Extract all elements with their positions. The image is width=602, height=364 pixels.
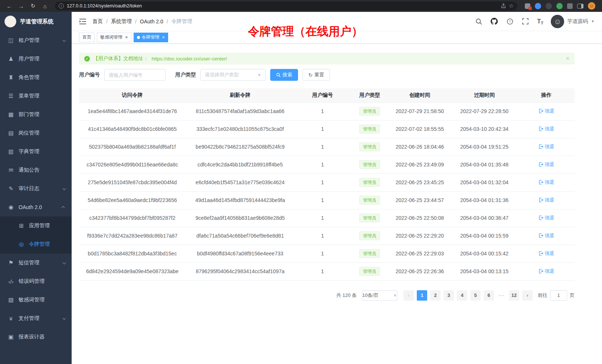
pagination: 共 120 条 10条/页 ▼ ‹ 123456···12 › 前往 页 — [79, 290, 575, 301]
sidebar-item-error-code[interactable]: ‹/›错误码管理 — [0, 272, 72, 291]
github-icon[interactable] — [490, 17, 498, 26]
browser-reload-icon[interactable]: ↻ — [28, 1, 38, 10]
pager-page-6[interactable]: 6 — [484, 290, 494, 301]
pager-page-5[interactable]: 5 — [470, 290, 481, 301]
cell-created-time: 2022-06-25 22:50:08 — [389, 209, 451, 227]
side-panel-icon[interactable] — [577, 4, 583, 9]
sidebar-item-dept[interactable]: ▦部门管理 — [0, 105, 72, 124]
pager-ellipsis[interactable]: ··· — [496, 292, 507, 298]
sidebar-fold-icon[interactable] — [79, 18, 86, 25]
top-navbar: 首页/系统管理/OAuth 2.0/令牌管理 ? TT ☺ 芋道源码 — [72, 12, 602, 31]
user-id-input[interactable] — [104, 69, 166, 81]
sidebar-item-role[interactable]: ♜角色管理 — [0, 68, 72, 87]
browser-back-icon[interactable]: ← — [4, 1, 14, 10]
sidebar-item-oauth2[interactable]: ◉OAuth 2.0 — [0, 198, 72, 216]
force-logout-button[interactable]: 强退 — [539, 232, 554, 239]
force-logout-button[interactable]: 强退 — [539, 126, 554, 132]
sidebar-item-token-manage[interactable]: ◎令牌管理 — [0, 235, 72, 254]
user-id-label: 用户编号 — [79, 72, 100, 78]
cell-user-id: 1 — [295, 173, 350, 191]
sidebar-item-app-manage[interactable]: ⊞应用管理 — [0, 216, 72, 235]
site-info-icon[interactable]: i — [59, 3, 64, 9]
extension-icon-green[interactable] — [556, 3, 563, 9]
force-logout-label: 强退 — [545, 232, 554, 239]
sidebar-item-payment[interactable]: ¥支付管理 — [0, 309, 72, 328]
user-menu[interactable]: ☺ 芋道源码 ▼ — [551, 15, 595, 28]
search-button[interactable]: 搜索 — [270, 69, 298, 81]
cell-access-token: b0d1785bc3a8482f812db4a3f3bd15ec — [79, 245, 186, 262]
pager-page-4[interactable]: 4 — [457, 290, 467, 301]
force-logout-button[interactable]: 强退 — [539, 161, 554, 168]
audit-log-icon: ✎ — [7, 185, 14, 192]
breadcrumb-item[interactable]: 系统管理 — [111, 18, 132, 25]
tab-label: 令牌管理 — [142, 34, 160, 40]
search-icon[interactable] — [475, 17, 483, 26]
tab-label: 敏感词管理 — [100, 34, 122, 40]
cell-user-id: 1 — [295, 138, 350, 156]
browser-forward-icon[interactable]: → — [16, 1, 26, 10]
force-logout-button[interactable]: 强退 — [539, 108, 554, 115]
alert-close-icon[interactable]: × — [566, 55, 569, 62]
browser-profile-avatar[interactable]: ☺ — [588, 2, 595, 10]
sidebar-item-report-designer[interactable]: ▣报表设计器 — [0, 328, 72, 346]
sidebar-item-sms[interactable]: ⚑短信管理 — [0, 254, 72, 272]
force-logout-button[interactable]: 强退 — [539, 250, 554, 257]
sidebar-item-audit-log[interactable]: ✎审计日志 — [0, 179, 72, 198]
pager-page-2[interactable]: 2 — [430, 290, 441, 301]
app-logo[interactable]: 芋道管理系统 — [0, 12, 72, 31]
breadcrumb-item: 令牌管理 — [171, 18, 192, 25]
pager-next-button[interactable]: › — [522, 290, 533, 301]
force-logout-button[interactable]: 强退 — [539, 215, 554, 221]
force-logout-button[interactable]: 强退 — [539, 197, 554, 203]
tab-sensitive-word[interactable]: 敏感词管理× — [97, 33, 131, 42]
tab-close-icon[interactable]: × — [162, 35, 165, 40]
user-type-label: 用户类型 — [175, 72, 196, 78]
user-type-select[interactable]: 请选择用户类型 ▼ — [200, 69, 266, 81]
header-tools: ? TT ☺ 芋道源码 ▼ — [475, 15, 595, 28]
pager-page-3[interactable]: 3 — [444, 290, 454, 301]
tab-token-manage[interactable]: 令牌管理× — [134, 33, 169, 42]
extension-icon-badged[interactable] — [525, 3, 530, 9]
help-icon[interactable]: ? — [506, 17, 514, 26]
sidebar: 芋道管理系统 ◫租户管理♟用户管理♜角色管理☰菜单管理▦部门管理▤岗位管理▥字典… — [0, 12, 72, 364]
pager-page-1[interactable]: 1 — [417, 290, 427, 301]
force-logout-button[interactable]: 强退 — [539, 268, 554, 275]
tab-home[interactable]: 首页 — [79, 33, 95, 42]
sidebar-item-user[interactable]: ♟用户管理 — [0, 50, 72, 68]
extension-icon-blue[interactable] — [535, 3, 541, 9]
browser-home-icon[interactable]: ⌂ — [40, 1, 50, 10]
chevron-down-icon — [62, 38, 66, 42]
extension-icon-dark[interactable] — [546, 3, 552, 9]
tab-close-icon[interactable]: × — [125, 35, 128, 40]
force-logout-button[interactable]: 强退 — [539, 143, 554, 150]
sidebar-item-tenant[interactable]: ◫租户管理 — [0, 31, 72, 50]
puzzle-extensions-icon[interactable] — [567, 3, 573, 9]
reset-button[interactable]: ↻ 重置 — [302, 69, 330, 81]
alert-doc-link[interactable]: https://doc.iocoder.cn/user-center/ — [152, 56, 227, 62]
pager-prev-button[interactable]: ‹ — [403, 290, 414, 301]
browser-address-bar[interactable]: i 127.0.0.1:1024/system/oauth2/token ☆ — [55, 1, 517, 10]
table-row: c342377bf8b344799dcbf7bf095287f29ce8ef2a… — [79, 209, 575, 227]
pager-page-12[interactable]: 12 — [509, 290, 519, 301]
sidebar-item-sensitive-word[interactable]: ▧敏感词管理 — [0, 291, 72, 309]
sidebar-item-dict[interactable]: ▥字典管理 — [0, 142, 72, 161]
page-size-select[interactable]: 10条/页 ▼ — [362, 290, 397, 301]
sidebar-item-label: 敏感词管理 — [19, 297, 45, 303]
cell-user-type: 管理员 — [350, 191, 389, 209]
sidebar-item-notice[interactable]: ✉通知公告 — [0, 161, 72, 179]
force-logout-button[interactable]: 强退 — [539, 179, 554, 186]
breadcrumb-item[interactable]: 首页 — [92, 18, 103, 25]
cell-user-id: 1 — [295, 120, 350, 138]
sidebar-item-post[interactable]: ▤岗位管理 — [0, 124, 72, 142]
goto-page-input[interactable] — [550, 290, 567, 301]
force-logout-label: 强退 — [545, 126, 554, 132]
fullscreen-icon[interactable] — [521, 17, 530, 26]
cell-expire-time: 2054-03-04 00:13:15 — [451, 262, 518, 280]
bookmark-star-icon[interactable]: ☆ — [509, 3, 514, 9]
sms-icon: ⚑ — [7, 259, 14, 266]
share-icon[interactable] — [501, 3, 506, 9]
sidebar-item-menu[interactable]: ☰菜单管理 — [0, 87, 72, 105]
cell-refresh-token: be90422b8c7946218275a508bf524fc9 — [186, 138, 295, 156]
breadcrumb-item[interactable]: OAuth 2.0 — [140, 19, 163, 24]
font-size-icon[interactable]: TT — [537, 18, 543, 25]
